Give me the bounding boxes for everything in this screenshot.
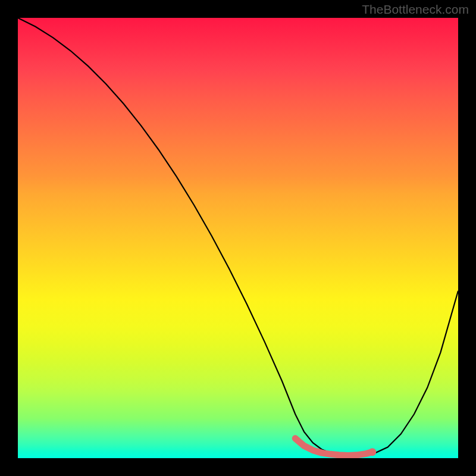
bottleneck-curve (18, 18, 458, 456)
highlight-end-dot (368, 448, 376, 456)
chart-svg (18, 18, 458, 458)
watermark-text: TheBottleneck.com (362, 2, 469, 17)
plot-gradient-background (18, 18, 458, 458)
highlight-segment (295, 439, 372, 456)
